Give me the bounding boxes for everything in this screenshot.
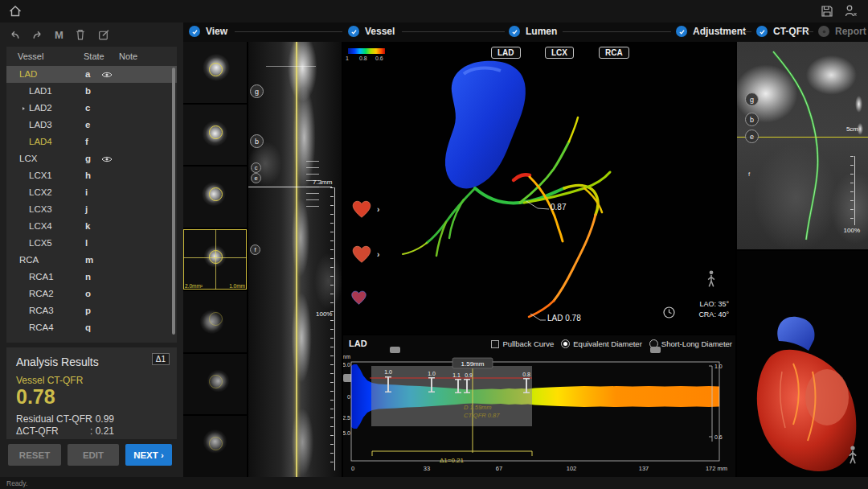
ruler-ticks <box>850 156 854 225</box>
cursor-tooltip-value: 1.59mm <box>461 360 485 368</box>
status-bar: Ready. <box>0 477 868 489</box>
delete-icon[interactable] <box>74 28 87 41</box>
user-logout-icon[interactable] <box>844 4 858 18</box>
undo-icon[interactable] <box>8 28 21 41</box>
cross-section-thumb[interactable] <box>183 42 247 103</box>
edit-button[interactable]: EDIT <box>68 444 119 466</box>
qfr-tick: 0.6 <box>714 434 723 440</box>
lumen-contour <box>209 125 223 139</box>
vessel-state: j <box>85 204 88 214</box>
eye-icon[interactable] <box>101 71 113 79</box>
lumen-diameter-label: 1.0mm <box>229 283 245 289</box>
cross-section-thumb[interactable] <box>183 416 247 477</box>
cross-section-thumb[interactable] <box>183 291 247 352</box>
straightened-mpr-view[interactable]: g b c e f 7.3mm 100% <box>248 42 342 477</box>
vessel-row-rca[interactable]: RCA m <box>6 252 177 269</box>
vessel-row-lad3[interactable]: LAD3 e <box>6 117 177 134</box>
tab-report[interactable]: Report <box>818 26 866 37</box>
vessel-qfr-value: 0.78 <box>16 385 55 409</box>
chevron-right-icon: › <box>377 205 379 214</box>
heart-orientation-1[interactable] <box>351 199 372 219</box>
lcx-button[interactable]: LCX <box>545 47 574 59</box>
qfr-tick: 1.0 <box>714 364 723 369</box>
y-tick: 0 <box>347 394 350 400</box>
heart-orientation-3[interactable] <box>350 290 367 306</box>
tab-label: CT-QFR <box>773 26 809 37</box>
save-icon[interactable] <box>820 4 834 18</box>
vessel-name: RCA2 <box>29 289 54 298</box>
cross-section-thumb[interactable] <box>183 105 247 166</box>
next-button[interactable]: NEXT › <box>125 444 172 466</box>
vessel-row-lcx4[interactable]: LCX4 k <box>6 218 177 235</box>
vessel-row-lad2[interactable]: LAD2 c <box>6 100 177 117</box>
x-tick: 0 <box>351 465 354 472</box>
cross-section-thumb-selected[interactable]: 2.0mm² 1.0mm <box>183 229 247 290</box>
edit-note-icon[interactable] <box>97 28 110 41</box>
vessel-row-lcx5[interactable]: LCX5 l <box>6 235 177 252</box>
lumen-contour <box>209 437 223 450</box>
eye-icon[interactable] <box>101 155 113 163</box>
home-icon[interactable] <box>8 4 23 18</box>
coronary-tree-render <box>343 42 735 334</box>
tab-adjustment[interactable]: Adjustment <box>676 26 746 37</box>
vessel-row-lcx2[interactable]: LCX2 i <box>6 184 177 201</box>
redo-icon[interactable] <box>31 28 44 41</box>
vessel-state: e <box>85 120 90 129</box>
vessel-row-lcx[interactable]: LCX g <box>6 150 177 167</box>
zoom-level: 100% <box>844 227 860 234</box>
marker-tool-icon[interactable]: M <box>55 29 63 41</box>
qfr-colorbar <box>348 48 385 54</box>
orientation-figure-icon <box>706 270 716 288</box>
vessel-name: RCA4 <box>29 323 54 332</box>
rca-button[interactable]: RCA <box>599 47 629 59</box>
lad-button[interactable]: LAD <box>491 47 521 59</box>
lumen-area-label: 2.0mm² <box>185 283 203 289</box>
delta-badge[interactable]: Δ1 <box>152 353 170 365</box>
sidebar: M Vessel State Note LAD a <box>0 23 183 477</box>
vessel-row-rca3[interactable]: RCA3 p <box>6 302 177 319</box>
branch-marker-b: b <box>745 113 759 126</box>
heart-render-view[interactable] <box>737 251 868 477</box>
vessel-row-lad[interactable]: LAD a <box>6 66 177 83</box>
lesion-band[interactable] <box>371 366 532 426</box>
vessel-row-lcx3[interactable]: LCX3 j <box>6 201 177 218</box>
analysis-title: Analysis Results <box>16 355 99 368</box>
x-tick: 172 mm <box>706 465 727 472</box>
colorbar-tick: 1 <box>346 55 349 61</box>
vessel-list-scrollbar[interactable] <box>172 68 175 335</box>
cross-section-thumb[interactable] <box>183 354 247 415</box>
tab-lumen[interactable]: Lumen <box>509 26 557 37</box>
rotate-view-icon[interactable] <box>662 306 676 319</box>
vessel-row-lad4[interactable]: LAD4 f <box>6 134 177 150</box>
tab-connector <box>563 31 671 32</box>
cra-angle: CRA: 40° <box>698 310 729 320</box>
vessel-list-panel: Vessel State Note LAD a LAD1 b LAD2 c <box>6 47 177 343</box>
vessel-name: RCA1 <box>29 272 54 281</box>
vessel-row-lcx1[interactable]: LCX1 h <box>6 167 177 184</box>
vessel-row-rca1[interactable]: RCA1 n <box>6 269 177 286</box>
heart-orientation-2[interactable] <box>351 244 372 264</box>
title-bar <box>0 0 868 23</box>
check-icon <box>189 26 200 37</box>
tab-label: View <box>206 26 227 37</box>
delta-qfr-value: : 0.21 <box>90 425 114 437</box>
chevron-right-icon: › <box>377 250 379 259</box>
delta-qfr-label: ΔCT-QFR <box>16 425 59 437</box>
tab-connector <box>235 31 342 32</box>
delta-annotation: Δ1=0.21 <box>440 457 465 464</box>
tab-ct-qfr[interactable]: CT-QFR <box>756 26 809 37</box>
x-tick: 137 <box>639 465 649 472</box>
volume-rendering-view[interactable]: 1 0.8 0.6 LAD LCX RCA › › 0.87 LAD 0.78 … <box>343 42 735 334</box>
status-text: Ready. <box>6 479 27 487</box>
vessel-row-lad1[interactable]: LAD1 b <box>6 83 177 100</box>
cross-section-thumb[interactable] <box>183 166 247 228</box>
tab-vessel[interactable]: Vessel <box>348 26 395 37</box>
tab-view[interactable]: View <box>189 26 227 37</box>
cpr-view[interactable]: g b e f 5cm 100% <box>737 42 868 249</box>
diameter-profile-chart[interactable]: 1.0 1.0 1.1 0.9 0.8 1.59mm D <box>343 335 735 477</box>
reset-button[interactable]: RESET <box>8 444 61 466</box>
vessel-row-rca2[interactable]: RCA2 o <box>6 286 177 302</box>
check-icon <box>756 26 768 37</box>
measure-line[interactable] <box>248 187 332 187</box>
vessel-row-rca4[interactable]: RCA4 q <box>6 319 177 336</box>
